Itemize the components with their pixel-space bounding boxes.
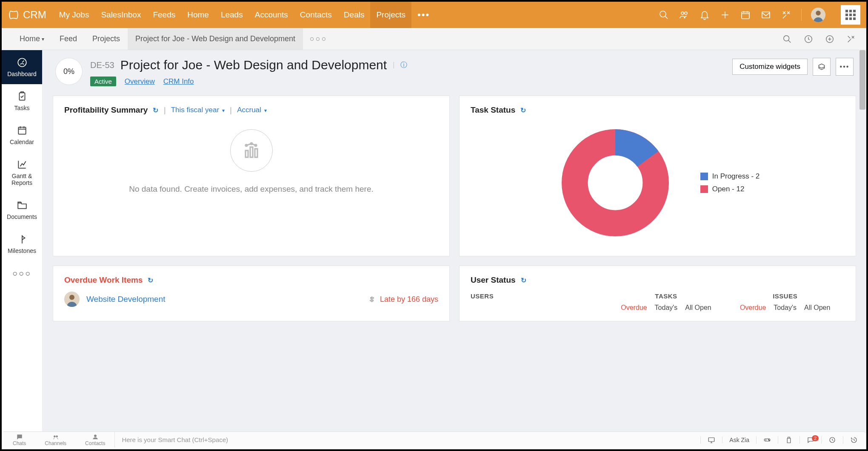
rail-label: Gantt & Reports [3, 173, 40, 186]
refresh-icon[interactable]: ↻ [521, 276, 526, 284]
subcol-all-open[interactable]: All Open [804, 304, 830, 312]
link-overview[interactable]: Overview [125, 77, 155, 86]
svg-point-41 [768, 439, 769, 440]
apps-launcher-icon[interactable] [841, 5, 860, 25]
widget-user-status: User Status ↻ USERS TASKS ISSUES Overdue… [459, 266, 856, 321]
rail-label: Dashboard [7, 71, 37, 77]
subcol-overdue[interactable]: Overdue [621, 304, 647, 312]
svg-point-34 [54, 435, 55, 437]
bb-history-icon[interactable] [843, 436, 865, 444]
nav-more[interactable]: ••• [411, 9, 436, 20]
legend-color-icon [700, 173, 708, 180]
favorite-icon[interactable] [813, 58, 831, 76]
sub-add-icon[interactable] [825, 34, 835, 44]
nav-deals[interactable]: Deals [338, 2, 371, 28]
customize-widgets-button[interactable]: Customize widgets [732, 59, 808, 75]
more-options-icon[interactable]: ••• [836, 58, 854, 76]
chart-icon [17, 159, 28, 170]
nav-salesinbox[interactable]: SalesInbox [95, 2, 147, 28]
top-navbar: CRM My Jobs SalesInbox Feeds Home Leads … [2, 2, 866, 28]
mail-icon[interactable] [760, 9, 771, 20]
bb-screen-icon[interactable] [700, 436, 722, 444]
sub-tools-icon[interactable] [846, 34, 856, 44]
rail-dashboard[interactable]: Dashboard [2, 50, 42, 84]
overdue-late-label: Late by 166 days [368, 295, 438, 304]
svg-line-14 [788, 40, 791, 43]
rail-milestones[interactable]: Milestones [2, 227, 42, 261]
widget-title: Overdue Work Items [64, 275, 143, 285]
nav-contacts[interactable]: Contacts [294, 2, 338, 28]
nav-projects[interactable]: Projects [370, 2, 411, 28]
svg-rect-37 [709, 437, 715, 441]
crumb-feed[interactable]: Feed [52, 28, 85, 50]
overdue-item[interactable]: Website Development Late by 166 days [64, 285, 438, 307]
nav-leads[interactable]: Leads [215, 2, 249, 28]
filter-fiscal-year[interactable]: This fiscal year ▾ [171, 106, 225, 114]
nav-home[interactable]: Home [181, 2, 215, 28]
legend-open[interactable]: Open - 12 [700, 185, 760, 193]
bb-message-icon[interactable]: 2 [799, 436, 821, 444]
calendar-icon[interactable] [740, 9, 751, 20]
smart-chat-input[interactable]: Here is your Smart Chat (Ctrl+Space) [114, 432, 700, 448]
crumb-projects[interactable]: Projects [85, 28, 128, 50]
user-status-subcolumns: Overdue Today's All Open Overdue Today's… [471, 304, 845, 312]
rail-gantt-reports[interactable]: Gantt & Reports [2, 152, 42, 193]
bell-icon[interactable] [699, 9, 710, 20]
gauge-icon [17, 57, 28, 68]
bb-contacts[interactable]: Contacts [76, 434, 114, 446]
bb-channels[interactable]: Channels [35, 434, 76, 446]
rail-label: Calendar [10, 139, 34, 145]
subnav-more[interactable]: ○○○ [303, 34, 334, 43]
bb-clip-icon[interactable] [778, 436, 799, 444]
col-users: USERS [471, 292, 607, 300]
user-avatar[interactable] [811, 8, 825, 22]
sub-clock-icon[interactable] [803, 34, 814, 44]
rail-more[interactable]: ○○○ [2, 261, 42, 286]
subcol-all-open[interactable]: All Open [685, 304, 711, 312]
overdue-item-name[interactable]: Website Development [86, 295, 361, 304]
sub-navbar: Home▾ Feed Projects Project for Joe - We… [2, 28, 866, 50]
rail-documents[interactable]: Documents [2, 193, 42, 227]
scrollbar[interactable] [859, 50, 865, 433]
legend-in-progress[interactable]: In Progress - 2 [700, 172, 760, 181]
bb-clock-icon[interactable] [821, 436, 843, 444]
subcol-overdue[interactable]: Overdue [740, 304, 766, 312]
rail-label: Milestones [8, 247, 36, 254]
search-icon[interactable] [658, 9, 669, 20]
widget-title: Task Status [471, 105, 515, 115]
brand-label: CRM [23, 9, 46, 21]
svg-line-1 [665, 16, 668, 19]
subcol-todays[interactable]: Today's [774, 304, 797, 312]
plus-icon[interactable] [720, 9, 731, 20]
people-icon[interactable] [679, 9, 690, 20]
nav-accounts[interactable]: Accounts [249, 2, 294, 28]
bb-chats[interactable]: Chats [3, 434, 35, 446]
svg-point-3 [685, 12, 687, 14]
svg-rect-25 [246, 150, 248, 157]
nav-my-jobs[interactable]: My Jobs [53, 2, 95, 28]
crumb-current-project[interactable]: Project for Joe - Web Design and Develop… [128, 28, 303, 50]
info-icon[interactable]: ⓘ [400, 61, 407, 70]
rail-label: Documents [7, 213, 37, 220]
widget-profitability: Profitability Summary ↻ | This fiscal ye… [53, 96, 450, 256]
tools-icon[interactable] [781, 9, 792, 20]
bb-ask-zia[interactable]: Ask Zia [722, 437, 756, 443]
bb-gamepad-icon[interactable] [756, 436, 778, 444]
svg-point-12 [816, 11, 820, 15]
link-crm-info[interactable]: CRM Info [163, 77, 194, 86]
refresh-icon[interactable]: ↻ [148, 276, 153, 284]
refresh-icon[interactable]: ↻ [520, 106, 526, 114]
rail-calendar[interactable]: Calendar [2, 118, 42, 152]
refresh-icon[interactable]: ↻ [153, 106, 158, 114]
svg-point-35 [56, 435, 57, 437]
rail-tasks[interactable]: Tasks [2, 84, 42, 118]
assignee-avatar [64, 292, 80, 307]
brand[interactable]: CRM [8, 9, 46, 21]
svg-point-0 [660, 11, 666, 17]
nav-feeds[interactable]: Feeds [147, 2, 181, 28]
sub-search-icon[interactable] [782, 34, 792, 44]
filter-accrual[interactable]: Accrual ▾ [237, 106, 266, 114]
crumb-home[interactable]: Home▾ [12, 28, 52, 50]
svg-point-36 [94, 434, 96, 437]
subcol-todays[interactable]: Today's [655, 304, 678, 312]
